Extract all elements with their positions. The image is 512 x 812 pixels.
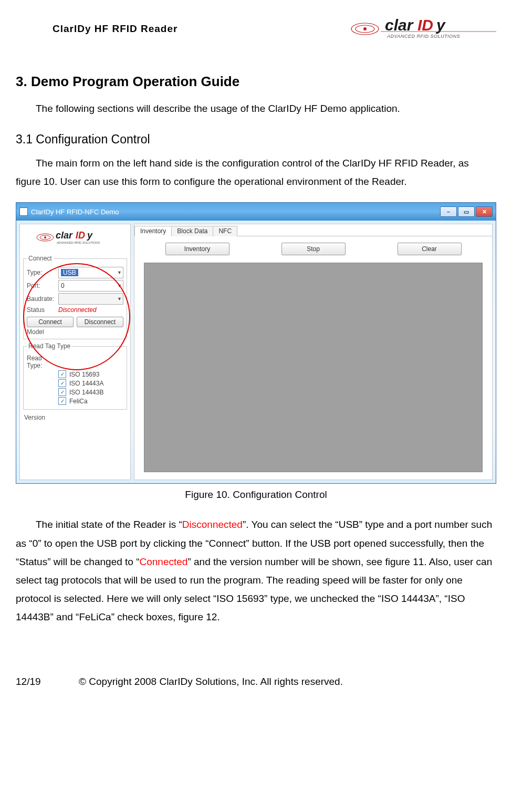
clear-button[interactable]: Clear (398, 243, 462, 255)
port-value: 0 (61, 282, 65, 289)
iso15693-checkbox[interactable]: ✓ (58, 370, 66, 378)
svg-point-9 (44, 236, 46, 238)
inventory-toolbar: Inventory Stop Clear (134, 236, 492, 261)
tab-strip: Inventory Block Data NFC (134, 224, 492, 236)
subsection-title: 3.1 Configuration Control (16, 132, 496, 147)
connect-legend: Connect (27, 255, 54, 262)
config-panel: clar ID y ADVANCED RFID SOLUTIONS Connec… (19, 224, 131, 480)
config-paragraph: The main form on the left hand side is t… (16, 154, 496, 191)
chevron-down-icon: ▼ (117, 270, 122, 275)
page-footer: 12/19 © Copyright 2008 ClarIDy Solutions… (16, 676, 496, 688)
tab-blockdata[interactable]: Block Data (171, 226, 213, 236)
maximize-button[interactable]: ▭ (458, 206, 475, 217)
baud-label: Baudrate: (27, 295, 56, 303)
explanation-paragraph: The initial state of the Reader is “Disc… (16, 515, 496, 626)
product-name: ClarIDy HF RFID Reader (53, 23, 177, 35)
iso14443b-label: ISO 14443B (69, 389, 103, 396)
logo-tagline: ADVANCED RFID SOLUTIONS (386, 34, 460, 39)
page-header: ClarIDy HF RFID Reader clar ID y ADVANCE… (16, 16, 496, 42)
close-button[interactable]: ✕ (476, 206, 493, 217)
results-panel: Inventory Block Data NFC Inventory Stop … (134, 224, 493, 480)
felica-checkbox[interactable]: ✓ (58, 397, 66, 405)
version-label: Version (24, 414, 130, 421)
window-title: ClarIDy HF RFID-NFC Demo (31, 208, 119, 216)
svg-text:clar: clar (56, 230, 73, 241)
svg-text:y: y (87, 230, 93, 241)
claridy-logo-icon: clar ID y ADVANCED RFID SOLUTIONS (349, 16, 496, 42)
intro-paragraph: The following sections will describe the… (16, 99, 496, 118)
type-label: Type: (27, 269, 56, 276)
readtype-label: Read Type: (27, 355, 58, 369)
svg-text:ID: ID (76, 230, 85, 241)
window-titlebar: ClarIDy HF RFID-NFC Demo – ▭ ✕ (16, 203, 496, 221)
results-listbox[interactable] (144, 263, 483, 472)
app-window: ClarIDy HF RFID-NFC Demo – ▭ ✕ (16, 202, 496, 484)
status-value: Disconnected (58, 306, 97, 314)
minimize-button[interactable]: – (440, 206, 457, 217)
connect-group: Connect Type: USB ▼ Port: 0 (23, 255, 127, 339)
stop-button[interactable]: Stop (281, 243, 346, 255)
iso15693-label: ISO 15693 (69, 371, 99, 378)
section-title: 3. Demo Program Operation Guide (16, 74, 496, 90)
claridy-logo-small-icon: clar ID y ADVANCED RFID SOLUTIONS (36, 228, 114, 246)
disconnect-button[interactable]: Disconnect (77, 317, 123, 327)
panel-logo: clar ID y ADVANCED RFID SOLUTIONS (20, 226, 130, 253)
model-label: Model (27, 328, 123, 336)
readtag-legend: Read Tag Type (27, 342, 72, 350)
iso14443b-checkbox[interactable]: ✓ (58, 388, 66, 396)
iso14443a-checkbox[interactable]: ✓ (58, 379, 66, 387)
brand-logo: clar ID y ADVANCED RFID SOLUTIONS (349, 16, 496, 42)
svg-text:ADVANCED RFID SOLUTIONS: ADVANCED RFID SOLUTIONS (56, 241, 100, 244)
port-select[interactable]: 0 ▼ (58, 280, 123, 292)
type-value: USB (61, 269, 78, 276)
chevron-down-icon: ▼ (117, 283, 122, 288)
readtag-group: Read Tag Type Read Type: ✓ ISO 15693 ✓ I… (23, 342, 127, 410)
svg-text:clar: clar (385, 16, 414, 34)
svg-point-2 (363, 27, 367, 30)
port-label: Port: (27, 282, 56, 289)
felica-label: FeliCa (69, 398, 88, 405)
inventory-button[interactable]: Inventory (165, 243, 229, 255)
page-number: 12/19 (16, 676, 79, 688)
baud-select[interactable]: ▼ (58, 293, 123, 305)
iso14443a-label: ISO 14443A (69, 380, 103, 387)
tab-nfc[interactable]: NFC (213, 226, 237, 236)
app-icon (19, 207, 28, 216)
figure-10: ClarIDy HF RFID-NFC Demo – ▭ ✕ (16, 202, 496, 484)
type-select[interactable]: USB ▼ (58, 267, 123, 278)
status-label: Status (27, 306, 56, 314)
svg-text:y: y (435, 16, 446, 34)
connect-button[interactable]: Connect (27, 317, 74, 327)
copyright: © Copyright 2008 ClarIDy Solutions, Inc.… (79, 676, 343, 688)
tab-inventory[interactable]: Inventory (134, 226, 172, 236)
chevron-down-icon: ▼ (117, 296, 122, 301)
svg-text:ID: ID (417, 16, 433, 34)
figure-caption: Figure 10. Configuration Control (16, 489, 496, 501)
